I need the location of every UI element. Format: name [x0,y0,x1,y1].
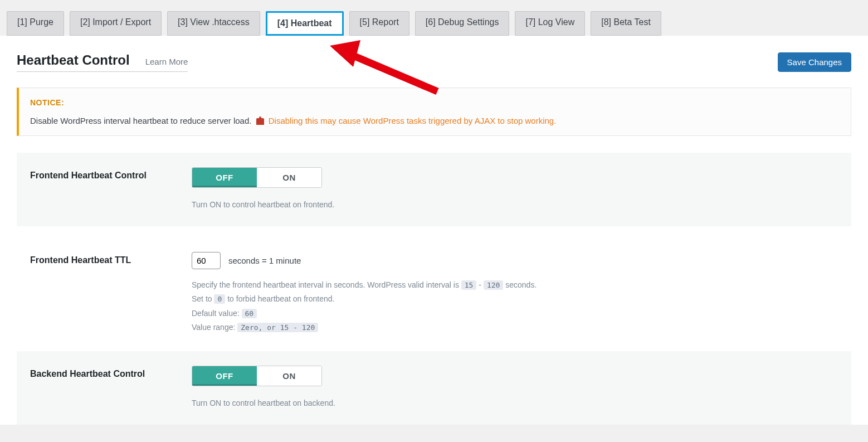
ttl-default-chip: 60 [242,309,257,318]
ttl-min-chip: 15 [461,280,477,290]
title-wrap: Heartbeat Control Learn More [17,52,188,72]
toggle-off-backend[interactable]: OFF [192,366,257,386]
ttl-range-chip: Zero, or 15 - 120 [237,323,318,332]
setting-label-backend-control: Backend Heartbeat Control [30,366,158,379]
notice-body: Disable WordPress interval heartbeat to … [30,116,840,125]
setting-control-ttl: seconds = 1 minute Specify the frontend … [192,252,838,334]
ttl-unit-label: seconds = 1 minute [228,256,301,265]
tab-debug-settings[interactable]: [6] Debug Settings [415,11,510,36]
save-changes-button[interactable]: Save Changes [778,52,851,72]
ttl-desc-4a: Value range: [192,323,237,332]
toggle-frontend-control[interactable]: OFF ON [192,167,322,188]
tab-beta-test[interactable]: [8] Beta Test [591,11,661,36]
tab-view-htaccess[interactable]: [3] View .htaccess [167,11,260,36]
ttl-desc-1a: Specify the frontend heartbeat interval … [192,280,461,289]
alarm-icon [256,118,264,125]
setting-desc-backend: Turn ON to control heartbeat on backend. [192,396,838,410]
ttl-zero-chip: 0 [214,294,225,304]
page-title: Heartbeat Control [17,52,130,68]
header-row: Heartbeat Control Learn More Save Change… [17,52,851,72]
notice-label: NOTICE: [30,98,840,107]
tab-import-export[interactable]: [2] Import / Export [70,11,162,36]
ttl-sep: - [479,280,484,289]
setting-backend-control: Backend Heartbeat Control OFF ON Turn ON… [17,351,851,425]
setting-desc-frontend: Turn ON to control heartbeat on frontend… [192,198,838,212]
page-root: [1] Purge [2] Import / Export [3] View .… [0,0,868,425]
toggle-backend-control[interactable]: OFF ON [192,366,322,386]
notice-text-warn: Disabling this may cause WordPress tasks… [269,116,557,125]
setting-control-frontend: OFF ON Turn ON to control heartbeat on f… [192,167,838,212]
tab-bar: [1] Purge [2] Import / Export [3] View .… [0,0,868,36]
tab-heartbeat[interactable]: [4] Heartbeat [266,11,344,36]
tab-report[interactable]: [5] Report [349,11,409,36]
notice-text-plain: Disable WordPress interval heartbeat to … [30,116,254,125]
learn-more-link[interactable]: Learn More [145,57,188,66]
tab-purge[interactable]: [1] Purge [7,11,64,36]
setting-frontend-control: Frontend Heartbeat Control OFF ON Turn O… [17,153,851,226]
toggle-on-backend[interactable]: ON [257,366,321,386]
frontend-ttl-input[interactable] [192,252,221,269]
setting-label-frontend-control: Frontend Heartbeat Control [30,167,158,181]
ttl-desc-2b: to forbid heartbeat on frontend. [227,294,334,303]
ttl-max-chip: 120 [484,280,503,290]
notice-box: NOTICE: Disable WordPress interval heart… [17,88,851,136]
ttl-desc-2a: Set to [192,294,214,303]
ttl-desc-1b: seconds. [505,280,537,289]
setting-frontend-ttl: Frontend Heartbeat TTL seconds = 1 minut… [17,237,851,340]
ttl-desc: Specify the frontend heartbeat interval … [192,278,838,334]
ttl-desc-3a: Default value: [192,309,242,318]
setting-control-backend: OFF ON Turn ON to control heartbeat on b… [192,366,838,410]
content-panel: Heartbeat Control Learn More Save Change… [0,36,868,425]
tab-log-view[interactable]: [7] Log View [515,11,585,36]
toggle-off[interactable]: OFF [192,168,257,187]
toggle-on[interactable]: ON [257,168,321,187]
setting-label-frontend-ttl: Frontend Heartbeat TTL [30,252,158,265]
